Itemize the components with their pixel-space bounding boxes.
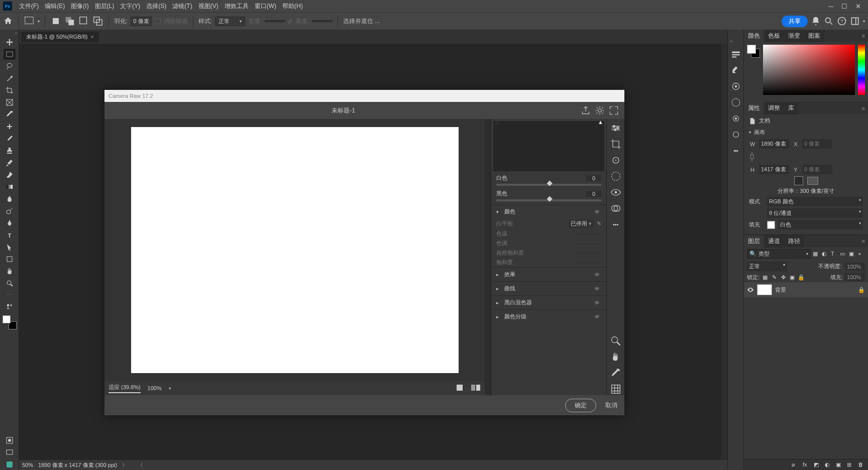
cr-zoom-chevron-icon[interactable]: ▾	[169, 386, 171, 391]
cp-icon-3[interactable]	[730, 81, 741, 92]
cr-white-value[interactable]: 0	[586, 175, 601, 181]
cr-compare-icon[interactable]	[471, 384, 481, 393]
menu-layer[interactable]: 图层(L)	[92, 2, 118, 11]
menu-image[interactable]: 图像(I)	[68, 2, 91, 11]
status-nav-icon[interactable]: 〈	[138, 461, 143, 469]
feather-input[interactable]: 0 像素	[131, 17, 151, 26]
fg-color[interactable]	[3, 315, 11, 323]
blur-tool[interactable]	[4, 193, 16, 204]
frame-tool[interactable]	[4, 97, 16, 108]
menu-help[interactable]: 帮助(H)	[279, 2, 306, 11]
cr-black-value[interactable]: 0	[586, 191, 601, 197]
tab-channels[interactable]: 通道	[764, 235, 784, 248]
lock-paint-icon[interactable]: ✎	[771, 274, 778, 281]
cr-black-slider[interactable]	[496, 199, 601, 201]
ai-icon[interactable]	[4, 459, 16, 470]
cr-scrollbar[interactable]	[485, 119, 491, 395]
menu-select[interactable]: 选择(S)	[143, 2, 169, 11]
quickmask-icon[interactable]	[4, 435, 16, 446]
zoom-level[interactable]: 50%	[22, 462, 33, 468]
panel-menu-icon[interactable]: ≡	[859, 33, 868, 39]
fx-icon[interactable]: fx	[803, 461, 810, 468]
blend-select[interactable]: 正常▾	[747, 262, 787, 271]
filter-smart-icon[interactable]: ▣	[849, 251, 856, 258]
shape-tool[interactable]	[4, 254, 16, 265]
history-brush-tool[interactable]	[4, 157, 16, 168]
cr-fullscreen-icon[interactable]	[608, 105, 619, 116]
mask-icon[interactable]: ◩	[814, 461, 821, 468]
cr-zoom-fit[interactable]: 适应 (39.8%)	[108, 384, 141, 393]
move-tool[interactable]	[4, 37, 16, 48]
eraser-tool[interactable]	[4, 169, 16, 180]
tab-libraries[interactable]: 库	[784, 102, 798, 114]
cr-wb-select[interactable]: 已停用 ▾	[569, 219, 594, 228]
bit-select[interactable]: 8 位/通道▾	[767, 208, 863, 218]
marquee-tool-icon[interactable]	[24, 16, 35, 27]
cr-curves-header[interactable]: ▸曲线👁	[491, 282, 606, 295]
layer-item[interactable]: 背景 🔒	[744, 282, 868, 297]
menu-edit[interactable]: 编辑(E)	[42, 2, 68, 11]
expand-icon[interactable]: ‹‹	[728, 39, 733, 44]
cp-icon-6[interactable]	[730, 129, 741, 140]
mode-select[interactable]: RGB 颜色▾	[767, 197, 863, 206]
tab-patterns[interactable]: 图案	[804, 30, 824, 42]
orient-landscape-icon[interactable]	[807, 177, 818, 185]
tab-adjustments[interactable]: 调整	[764, 102, 784, 114]
opacity-input[interactable]: 100%	[845, 263, 865, 271]
select-mask-button[interactable]: 选择并遮住 ...	[343, 17, 380, 26]
x-input[interactable]: 0 像素	[802, 139, 832, 149]
cp-icon-2[interactable]	[730, 65, 741, 76]
tab-gradients[interactable]: 渐变	[784, 30, 804, 42]
link-layers-icon[interactable]: ⌀	[792, 461, 799, 468]
menu-type[interactable]: 文字(Y)	[117, 2, 143, 11]
filter-pixel-icon[interactable]: ▦	[813, 251, 820, 258]
cr-grading-header[interactable]: ▸颜色分级👁	[491, 310, 606, 323]
fill-select[interactable]: 白色▾	[778, 220, 863, 229]
share-button[interactable]: 共享	[782, 16, 808, 27]
scrollbar-v[interactable]	[721, 44, 727, 460]
add-selection-icon[interactable]	[64, 16, 75, 27]
heal-tool[interactable]	[4, 121, 16, 132]
cr-mask-icon[interactable]	[610, 170, 622, 182]
intersect-selection-icon[interactable]	[92, 16, 103, 27]
eyedropper-tool[interactable]	[4, 109, 16, 120]
edit-toolbar-icon[interactable]	[4, 301, 16, 312]
brush-tool[interactable]	[4, 133, 16, 144]
color-swap[interactable]	[3, 315, 17, 329]
tab-paths[interactable]: 路径	[784, 235, 804, 248]
cr-heal-icon[interactable]	[610, 154, 622, 166]
gradient-tool[interactable]	[4, 181, 16, 192]
tab-properties[interactable]: 属性	[744, 102, 764, 114]
dodge-tool[interactable]	[4, 205, 16, 216]
workspace-chevron-icon[interactable]: ▾	[863, 19, 865, 24]
new-layer-icon[interactable]: ⊞	[847, 461, 854, 468]
group-icon[interactable]: ▣	[836, 461, 843, 468]
orient-portrait-icon[interactable]	[794, 176, 803, 185]
cp-icon-5[interactable]	[730, 113, 741, 124]
filter-adj-icon[interactable]: ◐	[822, 251, 829, 258]
cr-eye-icon[interactable]	[610, 186, 622, 198]
workspace-icon[interactable]	[850, 16, 860, 26]
fill-swatch[interactable]	[767, 221, 775, 229]
color-swatch[interactable]	[747, 45, 760, 99]
cr-mixer-header[interactable]: ▸黑白混色器👁	[491, 296, 606, 309]
hand-tool[interactable]	[4, 266, 16, 277]
width-input[interactable]: 1890 像素	[759, 139, 789, 149]
cr-preset-icon[interactable]	[610, 202, 622, 214]
cr-gear-icon[interactable]	[594, 105, 605, 116]
close-button[interactable]: ✕	[851, 3, 865, 10]
lock-nest-icon[interactable]: ▣	[789, 274, 796, 281]
lasso-tool[interactable]	[4, 61, 16, 72]
new-selection-icon[interactable]	[50, 16, 61, 27]
cr-color-header[interactable]: ▾颜色👁	[491, 205, 606, 218]
cr-sampler-icon[interactable]	[610, 367, 622, 379]
canvas-section[interactable]: ▾画布	[749, 128, 863, 137]
cr-export-icon[interactable]	[580, 105, 591, 116]
menu-plugins[interactable]: 增效工具	[222, 2, 252, 11]
pen-tool[interactable]	[4, 217, 16, 228]
home-icon[interactable]	[3, 16, 13, 26]
panel-menu-icon[interactable]: ≡	[859, 105, 868, 111]
maximize-button[interactable]: ☐	[837, 3, 851, 10]
cr-ok-button[interactable]: 确定	[565, 399, 596, 412]
cr-crop-icon[interactable]	[610, 138, 622, 150]
